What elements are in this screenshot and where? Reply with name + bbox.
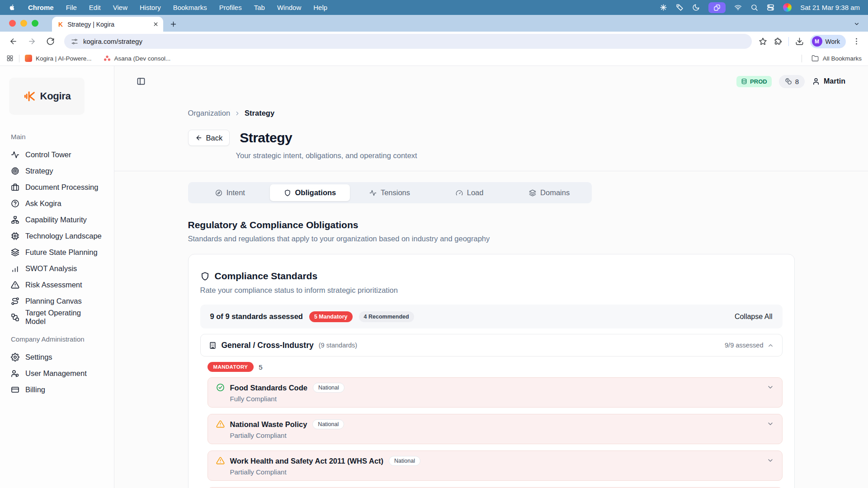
forward-nav-icon[interactable] (24, 34, 39, 49)
new-tab-button[interactable] (170, 20, 177, 28)
sidebar-item-user-management[interactable]: User Management (0, 365, 114, 381)
sidebar-item-capability-maturity[interactable]: Capability Maturity (0, 211, 114, 228)
tab-search-icon[interactable] (854, 21, 860, 27)
breadcrumb-organization[interactable]: Organization (188, 109, 231, 117)
chevron-up-icon[interactable] (767, 342, 774, 349)
gear-icon (11, 353, 19, 361)
breadcrumb-strategy: Strategy (245, 109, 274, 117)
sidebar-item-risk-assessment[interactable]: Risk Assessment (0, 277, 114, 293)
chevron-down-icon[interactable] (767, 457, 774, 464)
close-window-button[interactable] (9, 20, 16, 27)
sidebar-item-document-processing[interactable]: Document Processing (0, 179, 114, 195)
bookmarks-separator (802, 55, 802, 62)
bookmark-star-icon[interactable] (759, 37, 767, 46)
user-menu[interactable]: Martin (812, 77, 845, 85)
group-assessed: 9/9 assessed (725, 342, 763, 349)
media-app-icon[interactable] (783, 3, 792, 12)
credits-badge[interactable]: 8 (779, 75, 805, 88)
close-icon (153, 21, 159, 27)
shield-icon (200, 272, 210, 281)
sidebar-section-label-company-administration: Company Administration (11, 335, 114, 343)
address-bar[interactable]: kogira.com/strategy (64, 34, 752, 49)
bookmarks-bar: Kogira | AI-Powere...Asana (Dev consol..… (0, 51, 868, 66)
menubar-item-history[interactable]: History (140, 4, 161, 11)
menubar-item-chrome[interactable]: Chrome (28, 4, 54, 11)
collapse-all-button[interactable]: Collapse All (735, 313, 773, 321)
search-status-icon[interactable] (750, 4, 758, 11)
standard-item-work-health-and-safety-act-2011-whs-act[interactable]: Work Health and Safety Act 2011 (WHS Act… (208, 450, 783, 481)
dots-v-icon (852, 37, 861, 46)
layers-icon (529, 189, 536, 197)
standards-group-header[interactable]: General / Cross-Industry (9 standards) 9… (200, 334, 783, 357)
screen-mirroring-icon[interactable] (708, 2, 726, 13)
sidebar-item-strategy[interactable]: Strategy (0, 163, 114, 179)
sidebar-item-planning-canvas[interactable]: Planning Canvas (0, 293, 114, 309)
apps-grid-icon[interactable] (6, 55, 14, 62)
extensions-icon[interactable] (774, 37, 782, 46)
tab-obligations[interactable]: Obligations (270, 184, 350, 201)
main-area: PROD 8 Martin Organization Strategy (114, 66, 868, 488)
tab-load[interactable]: Load (429, 184, 509, 201)
standard-name: Food Standards Code (230, 384, 307, 392)
menubar-item-tab[interactable]: Tab (254, 4, 265, 11)
sidebar-item-settings[interactable]: Settings (0, 349, 114, 365)
coins-icon (785, 78, 792, 85)
apple-icon (8, 4, 16, 11)
bookmark-asana-dev-consol[interactable]: Asana (Dev consol... (104, 55, 171, 62)
wifi-status-icon[interactable] (734, 4, 742, 11)
sidebar-item-target-operating-model[interactable]: Target Operating Model (0, 309, 114, 325)
menubar-clock[interactable]: Sat 21 Mar 9:38 am (800, 4, 860, 11)
bookmark-kogira-ai-powere[interactable]: Kogira | AI-Powere... (25, 55, 92, 62)
reload-icon (46, 37, 55, 46)
downloads-icon[interactable] (795, 37, 804, 46)
minimize-window-button[interactable] (20, 20, 27, 27)
sidebar-item-future-state-planning[interactable]: Future State Planning (0, 244, 114, 260)
sidebar-toggle-icon[interactable] (137, 77, 146, 86)
chevron-right-icon (234, 110, 241, 117)
breadcrumb: Organization Strategy (188, 109, 795, 117)
sidebar: Kogira MainControl TowerStrategyDocument… (0, 66, 114, 488)
app-logo[interactable]: Kogira (9, 78, 85, 115)
tab-intent[interactable]: Intent (190, 184, 270, 201)
menubar-item-profiles[interactable]: Profiles (219, 4, 242, 11)
all-bookmarks-label[interactable]: All Bookmarks (823, 55, 862, 62)
sidebar-item-technology-landscape[interactable]: Technology Landscape (0, 228, 114, 244)
sidebar-item-control-tower[interactable]: Control Tower (0, 146, 114, 163)
menubar-item-help[interactable]: Help (313, 4, 327, 11)
chevron-down-icon (767, 457, 774, 464)
chevron-down-icon[interactable] (767, 384, 774, 391)
tab-label: Tensions (381, 188, 410, 197)
menubar-item-window[interactable]: Window (277, 4, 301, 11)
reload-icon[interactable] (43, 34, 57, 49)
sparkle-status-icon[interactable] (660, 4, 667, 11)
sidebar-item-swot-analysis[interactable]: SWOT Analysis (0, 260, 114, 277)
browser-menu-icon[interactable] (852, 37, 861, 46)
toggles-status-icon[interactable] (767, 4, 774, 11)
moon-status-icon[interactable] (692, 4, 700, 11)
menubar-item-edit[interactable]: Edit (89, 4, 101, 11)
apple-icon[interactable] (8, 4, 16, 11)
standard-item-food-standards-code[interactable]: Food Standards CodeNationalFully Complia… (208, 377, 783, 408)
menubar-item-view[interactable]: View (113, 4, 127, 11)
sidebar-item-ask-kogira[interactable]: Ask Kogira (0, 195, 114, 211)
gauge-icon (456, 189, 463, 197)
sidebar-item-billing[interactable]: Billing (0, 381, 114, 398)
close-tab-icon[interactable] (153, 21, 159, 27)
section-subtitle: Standards and regulations that apply to … (188, 235, 795, 243)
site-info-icon[interactable] (71, 38, 78, 45)
browser-profile-chip[interactable]: M Work (810, 35, 846, 48)
bookmarks-separator (19, 55, 19, 62)
browser-tab-active[interactable]: K Strategy | Kogira (52, 17, 163, 32)
shield-icon (200, 272, 210, 281)
back-nav-icon[interactable] (6, 34, 20, 49)
tag-status-icon[interactable] (676, 4, 684, 11)
menubar-item-bookmarks[interactable]: Bookmarks (173, 4, 207, 11)
recommended-count-badge: 4 Recommended (359, 311, 414, 322)
standard-item-national-waste-policy[interactable]: National Waste PolicyNationalPartially C… (208, 414, 783, 444)
chevron-down-icon[interactable] (767, 420, 774, 427)
tab-tensions[interactable]: Tensions (350, 184, 430, 201)
menubar-item-file[interactable]: File (66, 4, 77, 11)
back-button[interactable]: Back (188, 130, 230, 146)
tab-domains[interactable]: Domains (509, 184, 590, 201)
zoom-window-button[interactable] (32, 20, 38, 27)
